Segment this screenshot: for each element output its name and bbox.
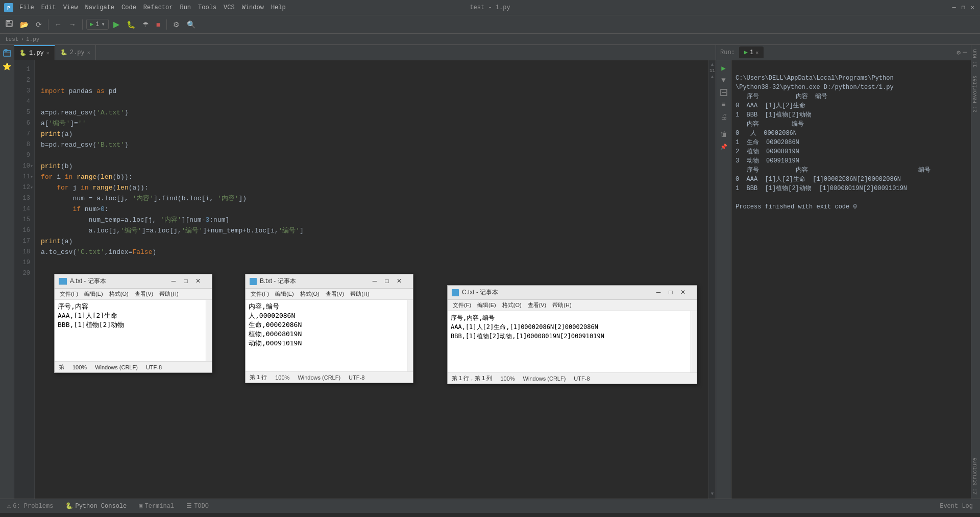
notepad-c-scrollbar[interactable] bbox=[691, 311, 697, 372]
run-tab-close[interactable]: ✕ bbox=[755, 50, 758, 56]
notepad-c-maximize[interactable]: □ bbox=[665, 287, 676, 297]
notepad-c-menu-help[interactable]: 帮助(H) bbox=[549, 301, 574, 310]
notepad-a-menu-format[interactable]: 格式(O) bbox=[106, 290, 132, 298]
tab-1py[interactable]: 🐍 1.py ✕ bbox=[14, 45, 55, 60]
run-down-icon[interactable]: ▼ bbox=[718, 75, 729, 86]
notepad-b-menu-view[interactable]: 查看(V) bbox=[323, 290, 348, 298]
notepad-b-menu-format[interactable]: 格式(O) bbox=[297, 290, 323, 298]
open-button[interactable]: 📂 bbox=[17, 19, 31, 30]
run-button[interactable]: ▶ bbox=[111, 18, 122, 31]
notepad-a-status-eol: Windows (CRLF) bbox=[95, 364, 138, 370]
run-print-icon[interactable]: 🖨 bbox=[718, 111, 729, 123]
search-everywhere-button[interactable]: 🔍 bbox=[184, 19, 198, 30]
notepad-c-menu-edit[interactable]: 编辑(E) bbox=[474, 301, 499, 310]
notepad-c-menu-format[interactable]: 格式(O) bbox=[499, 301, 525, 310]
close-button[interactable]: ✕ bbox=[969, 4, 976, 11]
menu-navigate[interactable]: Navigate bbox=[82, 3, 117, 12]
app-icon: P bbox=[4, 3, 13, 12]
run-play-icon[interactable]: ▶ bbox=[718, 62, 729, 74]
menu-code[interactable]: Code bbox=[118, 3, 139, 12]
todo-icon: ☰ bbox=[186, 502, 192, 510]
sync-button[interactable]: ⟳ bbox=[33, 19, 44, 30]
notepad-c-menu-view[interactable]: 查看(V) bbox=[525, 301, 550, 310]
notepad-a-minimize[interactable]: ─ bbox=[168, 276, 179, 286]
notepad-b-menu-edit[interactable]: 编辑(E) bbox=[272, 290, 297, 298]
far-right-structure-label[interactable]: Z: Structure bbox=[971, 454, 980, 499]
toolbar: 📂 ⟳ ← → ▶ 1 ▾ ▶ 🐛 ☂ ■ ⚙ 🔍 bbox=[0, 15, 980, 34]
minimize-button[interactable]: ─ bbox=[950, 4, 958, 11]
notepad-b-close[interactable]: ✕ bbox=[394, 276, 405, 286]
notepad-b-menubar: 文件(F) 编辑(E) 格式(O) 查看(V) 帮助(H) bbox=[246, 289, 413, 300]
run-with-coverage-button[interactable]: ☂ bbox=[140, 19, 152, 30]
notepad-b-maximize[interactable]: □ bbox=[381, 276, 393, 286]
notepad-c-controls: ─ □ ✕ bbox=[649, 286, 693, 300]
menu-edit[interactable]: Edit bbox=[38, 3, 59, 12]
notepad-a-scrollbar[interactable] bbox=[206, 300, 212, 361]
notepad-a-close[interactable]: ✕ bbox=[192, 276, 204, 286]
breadcrumb-project[interactable]: test bbox=[5, 36, 18, 42]
editor-scrollbar[interactable]: ▲ 11 ▲ ▼ bbox=[708, 60, 716, 499]
notepad-c-content[interactable]: 序号,内容,编号 AAA,[1]人[2]生命,[1]00002086N[2]00… bbox=[448, 311, 691, 372]
minimize-run-icon[interactable]: ─ bbox=[963, 49, 967, 57]
notepad-a-content[interactable]: 序号,内容 AAA,[1]人[2]生命 BBB,[1]植物[2]动物 bbox=[55, 300, 206, 361]
python-console-tab[interactable]: 🐍 Python Console bbox=[62, 501, 130, 511]
notepad-b-minimize[interactable]: ─ bbox=[369, 276, 380, 286]
save-button[interactable] bbox=[3, 18, 15, 30]
event-log-button[interactable]: Event Log bbox=[937, 502, 976, 511]
settings-run-icon[interactable]: ⚙ bbox=[957, 49, 961, 57]
far-right-favorites-label[interactable]: 2: Favorites bbox=[971, 72, 980, 116]
stop-button[interactable]: ■ bbox=[154, 19, 163, 30]
menu-view[interactable]: View bbox=[60, 3, 81, 12]
terminal-tab[interactable]: ▣ Terminal bbox=[136, 501, 177, 511]
problems-tab[interactable]: ⚠ 6: Problems bbox=[4, 501, 56, 511]
svg-text:P: P bbox=[7, 6, 10, 11]
tab-2py-close[interactable]: ✕ bbox=[87, 50, 90, 56]
notepad-b-scrollbar[interactable] bbox=[407, 300, 413, 371]
run-rerun-icon[interactable] bbox=[718, 87, 729, 98]
notepad-a-titlebar: A.txt - 记事本 ─ □ ✕ bbox=[55, 274, 212, 289]
notepad-a-menu-edit[interactable]: 编辑(E) bbox=[81, 290, 106, 298]
menu-vcs[interactable]: VCS bbox=[220, 3, 238, 12]
todo-label: TODO bbox=[194, 503, 209, 510]
menu-tools[interactable]: Tools bbox=[195, 3, 219, 12]
run-format-icon[interactable]: ≡ bbox=[718, 99, 729, 110]
far-right-run-label[interactable]: 1: Run bbox=[971, 45, 980, 72]
breadcrumb-file[interactable]: 1.py bbox=[26, 36, 39, 42]
forward-button[interactable]: → bbox=[66, 19, 79, 30]
run-clear-icon[interactable]: 🗑 bbox=[718, 129, 729, 140]
notepad-b-icon bbox=[250, 278, 257, 285]
menu-refactor[interactable]: Refactor bbox=[140, 3, 176, 12]
tab-2py[interactable]: 🐍 2.py ✕ bbox=[55, 45, 96, 60]
toolbar-separator-2 bbox=[82, 19, 83, 30]
menu-run[interactable]: Run bbox=[177, 3, 194, 12]
tab-1py-close[interactable]: ✕ bbox=[46, 50, 50, 56]
notepad-a-menu-help[interactable]: 帮助(H) bbox=[156, 290, 181, 298]
sidebar-favorites-icon[interactable]: ⭐ bbox=[1, 60, 13, 73]
notepad-c-status-eol: Windows (CRLF) bbox=[523, 375, 566, 382]
run-tab[interactable]: ▶ 1 ✕ bbox=[739, 46, 764, 58]
sidebar-project-icon[interactable] bbox=[1, 47, 13, 59]
notepad-c-title: C.txt - 记事本 bbox=[462, 288, 646, 297]
menu-help[interactable]: Help bbox=[268, 3, 289, 12]
notepad-b-menu-file[interactable]: 文件(F) bbox=[248, 290, 272, 298]
notepad-c-menu-file[interactable]: 文件(F) bbox=[450, 301, 474, 310]
notepad-c-minimize[interactable]: ─ bbox=[653, 287, 664, 297]
run-pin-icon[interactable]: 📌 bbox=[718, 141, 729, 152]
notepad-b-content[interactable]: 内容,编号 人,00002086N 生命,00002086N 植物,000080… bbox=[246, 300, 407, 371]
notepad-a-status-enc: UTF-8 bbox=[146, 364, 162, 370]
run-output[interactable]: C:\Users\DELL\AppData\Local\Programs\Pyt… bbox=[731, 60, 971, 499]
notepad-c-close[interactable]: ✕ bbox=[677, 287, 689, 297]
debug-button[interactable]: 🐛 bbox=[124, 19, 138, 30]
back-button[interactable]: ← bbox=[52, 19, 64, 30]
notepad-a-maximize[interactable]: □ bbox=[180, 276, 191, 286]
run-label: Run: bbox=[720, 49, 735, 56]
settings-button[interactable]: ⚙ bbox=[170, 19, 182, 30]
notepad-a-menu-view[interactable]: 查看(V) bbox=[132, 290, 157, 298]
run-config-selector[interactable]: ▶ 1 ▾ bbox=[86, 19, 109, 30]
menu-file[interactable]: File bbox=[16, 3, 37, 12]
notepad-b-menu-help[interactable]: 帮助(H) bbox=[347, 290, 372, 298]
notepad-a-menu-file[interactable]: 文件(F) bbox=[57, 290, 81, 298]
menu-window[interactable]: Window bbox=[239, 3, 267, 12]
maximize-button[interactable]: ❐ bbox=[960, 4, 967, 11]
todo-tab[interactable]: ☰ TODO bbox=[183, 501, 212, 511]
